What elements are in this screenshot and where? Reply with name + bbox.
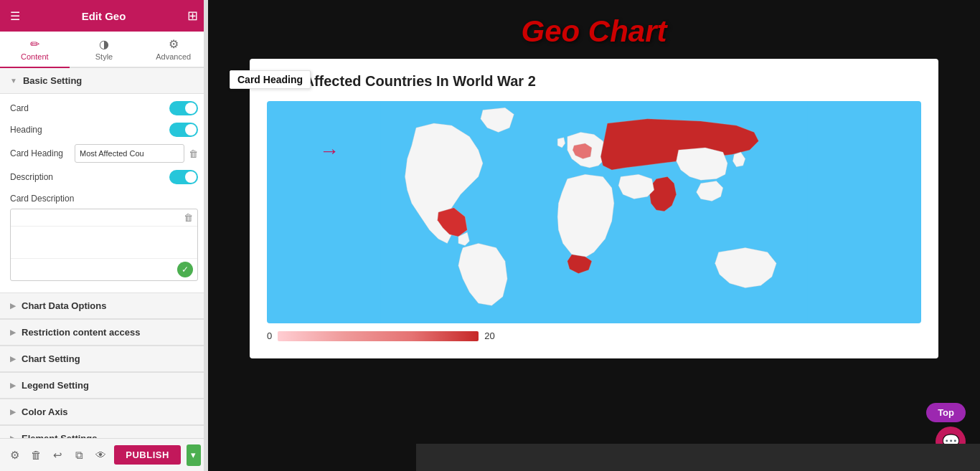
heading-label: Heading bbox=[10, 125, 42, 135]
description-setting-row: Description bbox=[10, 170, 198, 184]
advanced-tab-icon: ⚙ bbox=[169, 37, 179, 51]
basic-setting-section: ▼ Basic Setting Card Heading Car bbox=[0, 68, 208, 293]
card-description-textarea[interactable] bbox=[11, 227, 197, 255]
arrow-icon-3: ▶ bbox=[10, 328, 16, 336]
tab-advanced[interactable]: ⚙ Advanced bbox=[138, 32, 208, 68]
history-icon[interactable]: 🗑 bbox=[29, 446, 44, 465]
settings-icon[interactable]: ⚙ bbox=[7, 446, 23, 465]
tab-style[interactable]: ◑ Style bbox=[70, 32, 139, 68]
card-heading-annotation-box: Card Heading bbox=[230, 70, 311, 89]
bottom-toolbar: ⚙ 🗑 ↩ ⧉ 👁 PUBLISH ▾ bbox=[0, 438, 208, 471]
content-tab-icon: ✏ bbox=[30, 37, 39, 51]
chart-card: Most Affected Countries In World War 2 bbox=[250, 59, 938, 358]
description-trash-icon[interactable]: 🗑 bbox=[184, 212, 193, 223]
publish-button[interactable]: PUBLISH bbox=[114, 445, 181, 465]
panel-tabs: ✏ Content ◑ Style ⚙ Advanced bbox=[0, 32, 208, 68]
chart-data-options-section: ▶ Chart Data Options bbox=[0, 293, 208, 320]
legend-setting-header[interactable]: ▶ Legend Setting bbox=[0, 373, 208, 399]
description-label: Description bbox=[10, 172, 53, 182]
confirm-icon[interactable]: ✓ bbox=[177, 262, 193, 277]
eye-icon[interactable]: 👁 bbox=[93, 446, 108, 465]
panel-title: Edit Geo bbox=[82, 10, 126, 22]
arrow-icon-2: ▶ bbox=[10, 302, 16, 310]
tab-content[interactable]: ✏ Content bbox=[0, 32, 70, 68]
chart-data-options-header[interactable]: ▶ Chart Data Options bbox=[0, 293, 208, 319]
panel-content: ▼ Basic Setting Card Heading Car bbox=[0, 68, 208, 471]
top-button[interactable]: Top bbox=[926, 403, 966, 422]
description-toggle[interactable] bbox=[169, 170, 198, 184]
card-description-label: Card Description bbox=[10, 194, 74, 204]
annotation-arrow-icon: → bbox=[319, 140, 339, 163]
card-description-row: Card Description bbox=[10, 191, 198, 204]
panel-header: ☰ Edit Geo ⊞ bbox=[0, 0, 208, 32]
restriction-header[interactable]: ▶ Restriction content access bbox=[0, 320, 208, 346]
arrow-annotation: → bbox=[319, 140, 339, 163]
geo-chart-title: Geo Chart bbox=[521, 14, 666, 49]
basic-setting-header[interactable]: ▼ Basic Setting bbox=[0, 68, 208, 94]
textarea-toolbar-bottom: ✓ bbox=[11, 258, 197, 280]
basic-setting-body: Card Heading Card Heading 🗑 bbox=[0, 94, 208, 292]
card-heading-input[interactable] bbox=[75, 144, 184, 163]
hamburger-icon[interactable]: ☰ bbox=[10, 9, 20, 23]
color-axis-section: ▶ Color Axis bbox=[0, 399, 208, 426]
card-toggle[interactable] bbox=[169, 101, 198, 115]
legend-bar: 0 20 bbox=[267, 330, 921, 341]
grid-icon[interactable]: ⊞ bbox=[187, 8, 198, 24]
filmstrip bbox=[416, 444, 980, 471]
map-container bbox=[267, 101, 921, 323]
textarea-toolbar-top: 🗑 bbox=[11, 209, 197, 227]
heading-toggle[interactable] bbox=[169, 123, 198, 137]
card-heading-input-row: Card Heading 🗑 bbox=[10, 144, 198, 163]
chart-setting-section: ▶ Chart Setting bbox=[0, 346, 208, 373]
legend-setting-section: ▶ Legend Setting bbox=[0, 373, 208, 399]
arrow-icon-5: ▶ bbox=[10, 381, 16, 389]
legend-gradient bbox=[278, 331, 479, 341]
restriction-section: ▶ Restriction content access bbox=[0, 320, 208, 346]
color-axis-header[interactable]: ▶ Color Axis bbox=[0, 399, 208, 425]
undo-icon[interactable]: ↩ bbox=[50, 446, 66, 465]
copy-icon[interactable]: ⧉ bbox=[72, 446, 88, 465]
legend-min-label: 0 bbox=[267, 330, 272, 341]
card-label: Card bbox=[10, 103, 29, 113]
main-area: Card Heading → Geo Chart Most Affected C… bbox=[208, 0, 980, 471]
card-heading-display: Most Affected Countries In World War 2 bbox=[267, 73, 921, 90]
card-description-wrap: 🗑 ✓ bbox=[10, 209, 198, 281]
arrow-icon-6: ▶ bbox=[10, 408, 16, 416]
world-map-svg bbox=[267, 101, 921, 323]
heading-setting-row: Heading bbox=[10, 123, 198, 137]
arrow-icon: ▼ bbox=[10, 77, 17, 85]
legend-max-label: 20 bbox=[484, 330, 494, 341]
style-tab-icon: ◑ bbox=[99, 37, 109, 51]
publish-dropdown-button[interactable]: ▾ bbox=[187, 444, 201, 466]
card-setting-row: Card bbox=[10, 101, 198, 115]
card-heading-input-label: Card Heading bbox=[10, 148, 75, 158]
chart-setting-header[interactable]: ▶ Chart Setting bbox=[0, 346, 208, 372]
card-heading-trash-icon[interactable]: 🗑 bbox=[189, 148, 198, 159]
arrow-icon-4: ▶ bbox=[10, 355, 16, 363]
